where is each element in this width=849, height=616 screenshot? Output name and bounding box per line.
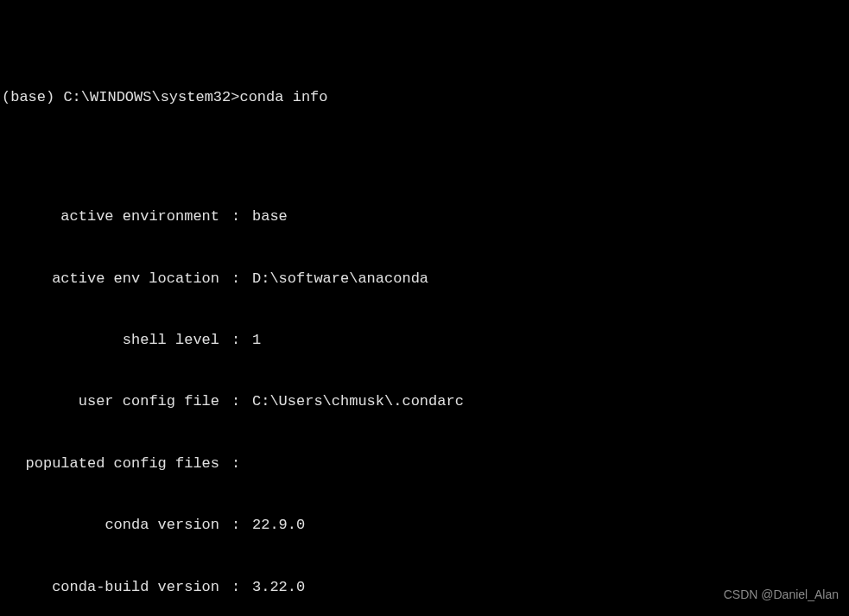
row-conda-version: conda version : 22.9.0	[2, 515, 847, 536]
label-populated-config-files: populated config files	[2, 454, 219, 474]
row-shell-level: shell level : 1	[2, 330, 847, 351]
row-active-env-location: active env location : D:\software\anacon…	[2, 269, 847, 289]
value-conda-build-version: 3.22.0	[252, 577, 305, 598]
value-conda-version: 22.9.0	[252, 515, 305, 536]
prompt-path: C:\WINDOWS\system32>	[63, 89, 239, 105]
value-shell-level: 1	[252, 330, 261, 351]
label-conda-version: conda version	[2, 515, 219, 536]
label-active-environment: active environment	[2, 206, 219, 227]
row-active-environment: active environment : base	[2, 206, 847, 227]
row-populated-config-files: populated config files :	[2, 454, 847, 474]
command-prompt-line: (base) C:\WINDOWS\system32>conda info	[2, 87, 847, 108]
conda-info-output: active environment : base active env loc…	[2, 166, 847, 616]
label-conda-build-version: conda-build version	[2, 577, 219, 598]
conda-env-prefix: (base)	[2, 89, 63, 105]
row-user-config-file: user config file : C:\Users\chmusk\.cond…	[2, 391, 847, 412]
label-user-config-file: user config file	[2, 391, 219, 412]
value-active-environment: base	[252, 206, 288, 227]
typed-command[interactable]: conda info	[239, 89, 327, 105]
row-conda-build-version: conda-build version : 3.22.0	[2, 577, 847, 598]
watermark-text: CSDN @Daniel_Alan	[724, 587, 839, 604]
value-user-config-file: C:\Users\chmusk\.condarc	[252, 391, 464, 412]
label-shell-level: shell level	[2, 330, 219, 351]
value-active-env-location: D:\software\anaconda	[252, 269, 428, 289]
label-active-env-location: active env location	[2, 269, 219, 289]
